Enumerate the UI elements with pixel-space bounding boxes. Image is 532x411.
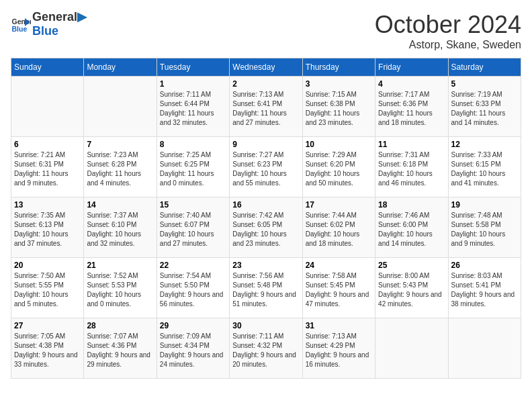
daylight-text: Daylight: 10 hours and 32 minutes. (87, 230, 141, 247)
logo-icon: General Blue (11, 14, 31, 34)
sunrise-text: Sunrise: 7:31 AM (378, 151, 429, 158)
weekday-header: Wednesday (230, 58, 302, 77)
sunrise-text: Sunrise: 7:58 AM (306, 272, 357, 279)
sunset-text: Sunset: 4:32 PM (232, 342, 282, 349)
daylight-text: Daylight: 10 hours and 5 minutes. (14, 291, 69, 308)
daylight-text: Daylight: 10 hours and 37 minutes. (14, 230, 69, 247)
page-header: General Blue General▶ Blue October 2024 … (11, 11, 521, 51)
day-number: 25 (378, 261, 445, 270)
sunset-text: Sunset: 4:36 PM (87, 342, 136, 349)
calendar-cell: 29 Sunrise: 7:09 AM Sunset: 4:34 PM Dayl… (157, 318, 229, 379)
title-block: October 2024 Astorp, Skane, Sweden (375, 11, 521, 51)
calendar-cell (11, 77, 84, 137)
day-info: Sunrise: 7:11 AM Sunset: 4:32 PM Dayligh… (232, 332, 299, 369)
calendar-cell: 26 Sunrise: 8:03 AM Sunset: 5:41 PM Dayl… (448, 258, 521, 318)
sunset-text: Sunset: 6:02 PM (306, 221, 355, 228)
sunrise-text: Sunrise: 7:21 AM (14, 151, 65, 158)
sunrise-text: Sunrise: 7:56 AM (232, 272, 283, 279)
calendar-cell: 27 Sunrise: 7:05 AM Sunset: 4:38 PM Dayl… (11, 318, 84, 379)
day-info: Sunrise: 7:52 AM Sunset: 5:53 PM Dayligh… (87, 271, 153, 309)
daylight-text: Daylight: 10 hours and 18 minutes. (306, 230, 360, 247)
day-number: 23 (232, 261, 299, 270)
day-info: Sunrise: 7:15 AM Sunset: 6:38 PM Dayligh… (306, 90, 372, 128)
sunset-text: Sunset: 5:48 PM (232, 281, 282, 289)
calendar-cell: 12 Sunrise: 7:33 AM Sunset: 6:15 PM Dayl… (448, 137, 521, 197)
day-info: Sunrise: 7:56 AM Sunset: 5:48 PM Dayligh… (232, 271, 299, 309)
sunset-text: Sunset: 5:50 PM (160, 281, 210, 289)
calendar-header: SundayMondayTuesdayWednesdayThursdayFrid… (11, 58, 521, 77)
calendar-body: 1 Sunrise: 7:11 AM Sunset: 6:44 PM Dayli… (11, 77, 521, 379)
sunrise-text: Sunrise: 7:52 AM (87, 272, 138, 279)
sunset-text: Sunset: 6:15 PM (451, 161, 501, 168)
calendar-cell: 18 Sunrise: 7:46 AM Sunset: 6:00 PM Dayl… (375, 197, 448, 258)
day-number: 26 (451, 261, 518, 270)
sunset-text: Sunset: 5:58 PM (451, 221, 501, 228)
calendar-cell: 19 Sunrise: 7:48 AM Sunset: 5:58 PM Dayl… (448, 197, 521, 258)
daylight-text: Daylight: 11 hours and 18 minutes. (378, 109, 433, 126)
calendar-cell: 7 Sunrise: 7:23 AM Sunset: 6:28 PM Dayli… (84, 137, 157, 197)
day-number: 12 (451, 140, 518, 149)
day-number: 31 (306, 321, 372, 330)
day-info: Sunrise: 7:05 AM Sunset: 4:38 PM Dayligh… (14, 332, 81, 369)
week-row: 13 Sunrise: 7:35 AM Sunset: 6:13 PM Dayl… (11, 197, 521, 258)
day-info: Sunrise: 7:07 AM Sunset: 4:36 PM Dayligh… (87, 332, 153, 369)
sunrise-text: Sunrise: 7:15 AM (306, 91, 357, 98)
daylight-text: Daylight: 9 hours and 24 minutes. (160, 351, 224, 368)
sunset-text: Sunset: 5:53 PM (87, 281, 136, 289)
calendar-cell: 13 Sunrise: 7:35 AM Sunset: 6:13 PM Dayl… (11, 197, 84, 258)
daylight-text: Daylight: 9 hours and 56 minutes. (160, 291, 224, 308)
sunset-text: Sunset: 6:44 PM (160, 100, 210, 107)
sunset-text: Sunset: 6:25 PM (160, 161, 210, 168)
day-number: 11 (378, 140, 445, 149)
day-info: Sunrise: 7:44 AM Sunset: 6:02 PM Dayligh… (306, 211, 372, 248)
sunset-text: Sunset: 5:43 PM (378, 281, 428, 289)
day-info: Sunrise: 7:19 AM Sunset: 6:33 PM Dayligh… (451, 90, 518, 128)
daylight-text: Daylight: 9 hours and 20 minutes. (232, 351, 296, 368)
daylight-text: Daylight: 11 hours and 23 minutes. (306, 109, 360, 126)
sunset-text: Sunset: 5:41 PM (451, 281, 501, 289)
daylight-text: Daylight: 11 hours and 27 minutes. (232, 109, 287, 126)
day-info: Sunrise: 7:48 AM Sunset: 5:58 PM Dayligh… (451, 211, 518, 248)
sunrise-text: Sunrise: 7:54 AM (160, 272, 211, 279)
daylight-text: Daylight: 10 hours and 27 minutes. (160, 230, 214, 247)
sunrise-text: Sunrise: 7:09 AM (160, 332, 211, 340)
day-number: 6 (14, 140, 81, 149)
day-number: 19 (451, 200, 518, 210)
sunrise-text: Sunrise: 7:23 AM (87, 151, 138, 158)
calendar-cell: 22 Sunrise: 7:54 AM Sunset: 5:50 PM Dayl… (157, 258, 229, 318)
calendar-cell: 25 Sunrise: 8:00 AM Sunset: 5:43 PM Dayl… (375, 258, 448, 318)
day-number: 1 (160, 79, 226, 89)
sunset-text: Sunset: 6:00 PM (378, 221, 428, 228)
day-info: Sunrise: 7:21 AM Sunset: 6:31 PM Dayligh… (14, 150, 81, 188)
daylight-text: Daylight: 9 hours and 29 minutes. (87, 351, 150, 368)
day-number: 16 (232, 200, 299, 210)
sunrise-text: Sunrise: 7:27 AM (232, 151, 283, 158)
sunrise-text: Sunrise: 7:29 AM (306, 151, 357, 158)
sunrise-text: Sunrise: 7:37 AM (87, 212, 138, 219)
day-number: 9 (232, 140, 299, 149)
weekday-header: Tuesday (157, 58, 229, 77)
logo: General Blue General▶ Blue (11, 11, 87, 38)
sunrise-text: Sunrise: 7:42 AM (232, 212, 283, 219)
day-info: Sunrise: 7:46 AM Sunset: 6:00 PM Dayligh… (378, 211, 445, 248)
day-number: 21 (87, 261, 153, 270)
sunset-text: Sunset: 6:33 PM (451, 100, 501, 107)
day-info: Sunrise: 7:35 AM Sunset: 6:13 PM Dayligh… (14, 211, 81, 248)
logo-general: General (32, 10, 77, 24)
sunset-text: Sunset: 6:13 PM (14, 221, 64, 228)
sunset-text: Sunset: 6:07 PM (160, 221, 210, 228)
calendar-cell: 28 Sunrise: 7:07 AM Sunset: 4:36 PM Dayl… (84, 318, 157, 379)
day-info: Sunrise: 7:23 AM Sunset: 6:28 PM Dayligh… (87, 150, 153, 188)
calendar-cell: 8 Sunrise: 7:25 AM Sunset: 6:25 PM Dayli… (157, 137, 229, 197)
day-number: 10 (306, 140, 372, 149)
day-info: Sunrise: 7:50 AM Sunset: 5:55 PM Dayligh… (14, 271, 81, 309)
daylight-text: Daylight: 10 hours and 50 minutes. (306, 170, 360, 187)
day-info: Sunrise: 7:09 AM Sunset: 4:34 PM Dayligh… (160, 332, 226, 369)
calendar-cell: 3 Sunrise: 7:15 AM Sunset: 6:38 PM Dayli… (302, 77, 375, 137)
day-number: 3 (306, 79, 372, 89)
sunset-text: Sunset: 4:34 PM (160, 342, 210, 349)
location-subtitle: Astorp, Skane, Sweden (375, 39, 521, 51)
week-row: 20 Sunrise: 7:50 AM Sunset: 5:55 PM Dayl… (11, 258, 521, 318)
daylight-text: Daylight: 10 hours and 14 minutes. (378, 230, 433, 247)
sunrise-text: Sunrise: 7:48 AM (451, 212, 502, 219)
